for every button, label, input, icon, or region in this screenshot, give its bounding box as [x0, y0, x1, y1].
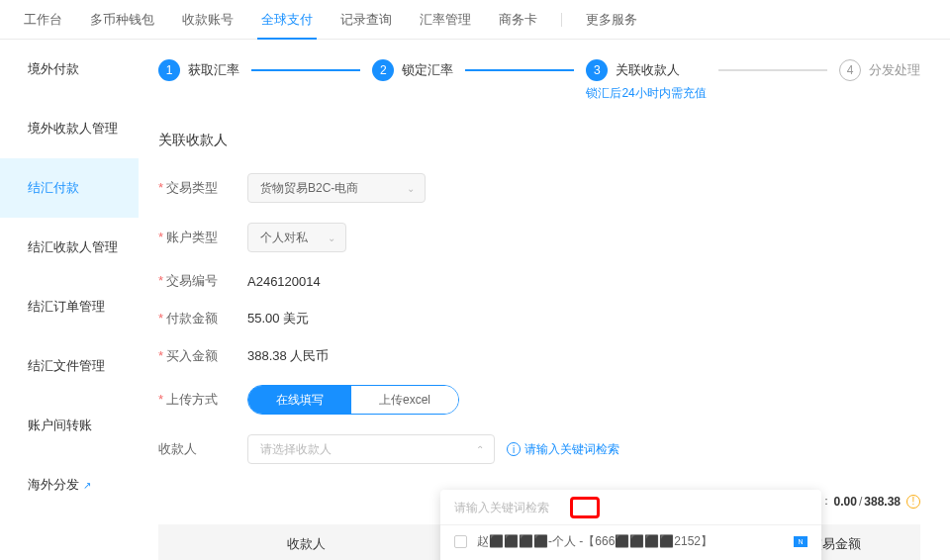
- step-line-2: [465, 69, 574, 71]
- step-1-num: 1: [158, 59, 180, 81]
- sidebar-overseas-payment[interactable]: 境外付款: [0, 40, 139, 99]
- payee-hint: i 请输入关键词检索: [507, 441, 619, 458]
- chevron-down-icon: ⌄: [328, 233, 335, 243]
- step-3: 3 关联收款人 锁汇后24小时内需充值: [586, 59, 706, 102]
- tab-record-query[interactable]: 记录查询: [327, 0, 406, 40]
- label-upload: *上传方式: [158, 391, 247, 409]
- dropdown-search: [440, 490, 821, 525]
- sidebar-fx-order[interactable]: 结汇订单管理: [0, 277, 139, 336]
- sidebar-overseas-distribute[interactable]: 海外分发↗: [0, 455, 139, 514]
- upload-online-button[interactable]: 在线填写: [248, 386, 351, 414]
- select-payee[interactable]: 请选择收款人⌃: [247, 434, 495, 464]
- tab-business-card[interactable]: 商务卡: [485, 0, 551, 40]
- label-acct-type: *账户类型: [158, 229, 247, 246]
- sidebar-fx-payee[interactable]: 结汇收款人管理: [0, 218, 139, 277]
- main-content: 1 获取汇率 2 锁定汇率 3 关联收款人 锁汇后24小时内需充值 4 分发处理: [139, 40, 950, 560]
- dropdown-item-text: 赵⬛⬛⬛⬛-个人 -【666⬛⬛⬛⬛2152】: [477, 533, 786, 550]
- row-buy-amt: *买入金额 388.38 人民币: [158, 347, 920, 365]
- warning-icon: !: [906, 495, 920, 509]
- value-pay-amt: 55.00 美元: [247, 310, 309, 327]
- step-4: 4 分发处理: [839, 59, 920, 81]
- sidebar-inter-transfer[interactable]: 账户间转账: [0, 396, 139, 455]
- dropdown-search-input[interactable]: [454, 501, 808, 514]
- tab-global-pay[interactable]: 全球支付: [247, 0, 327, 40]
- label-trade-no: *交易编号: [158, 272, 247, 290]
- step-4-num: 4: [839, 59, 861, 81]
- col-payee: 收款人: [158, 535, 326, 553]
- row-acct-type: *账户类型 个人对私⌄: [158, 223, 920, 252]
- label-buy-amt: *买入金额: [158, 347, 247, 365]
- tab-divider: [561, 13, 562, 27]
- label-payee: 收款人: [158, 440, 247, 458]
- row-upload: *上传方式 在线填写 上传excel: [158, 385, 920, 415]
- value-trade-no: A246120014: [247, 274, 321, 289]
- external-link-icon: ↗: [83, 480, 91, 491]
- row-payee: 收款人 请选择收款人⌃ i 请输入关键词检索: [158, 434, 920, 464]
- step-1-label: 获取汇率: [188, 61, 239, 79]
- steps: 1 获取汇率 2 锁定汇率 3 关联收款人 锁汇后24小时内需充值 4 分发处理: [158, 59, 920, 102]
- dropdown-item[interactable]: 赵⬛⬛⬛⬛-个人 -【666⬛⬛⬛⬛2152】 N: [440, 525, 821, 558]
- tab-workbench[interactable]: 工作台: [10, 0, 76, 40]
- upload-segment: 在线填写 上传excel: [247, 385, 459, 415]
- dropdown-list: 赵⬛⬛⬛⬛-个人 -【666⬛⬛⬛⬛2152】 N 周⬛⬛⬛⬛⬛-个人 -【66…: [440, 525, 821, 560]
- step-3-num: 3: [586, 59, 608, 81]
- step-line-1: [251, 69, 360, 71]
- chevron-up-icon: ⌃: [476, 444, 484, 455]
- upload-excel-button[interactable]: 上传excel: [351, 386, 458, 414]
- step-1: 1 获取汇率: [158, 59, 239, 81]
- checkbox[interactable]: [454, 535, 467, 548]
- row-trade-type: *交易类型 货物贸易B2C-电商⌄: [158, 173, 920, 203]
- top-tabs: 工作台 多币种钱包 收款账号 全球支付 记录查询 汇率管理 商务卡 更多服务: [0, 0, 950, 40]
- new-tag-icon: N: [794, 536, 808, 547]
- label-trade-type: *交易类型: [158, 179, 247, 197]
- step-3-label: 关联收款人: [616, 61, 680, 79]
- select-trade-type[interactable]: 货物贸易B2C-电商⌄: [247, 173, 426, 203]
- step-4-label: 分发处理: [869, 61, 920, 79]
- select-acct-type[interactable]: 个人对私⌄: [247, 223, 346, 252]
- row-pay-amt: *付款金额 55.00 美元: [158, 310, 920, 327]
- sidebar-fx-payment[interactable]: 结汇付款: [0, 158, 139, 218]
- sidebar-fx-files[interactable]: 结汇文件管理: [0, 336, 139, 396]
- step-2: 2 锁定汇率: [372, 59, 453, 81]
- step-2-label: 锁定汇率: [402, 61, 453, 79]
- tab-wallet[interactable]: 多币种钱包: [76, 0, 168, 40]
- section-title: 关联收款人: [158, 132, 920, 149]
- tab-receive-account[interactable]: 收款账号: [168, 0, 247, 40]
- info-icon: i: [507, 442, 521, 456]
- tab-rate-manage[interactable]: 汇率管理: [406, 0, 485, 40]
- step-3-sub: 锁汇后24小时内需充值: [586, 85, 706, 102]
- payee-dropdown: 赵⬛⬛⬛⬛-个人 -【666⬛⬛⬛⬛2152】 N 周⬛⬛⬛⬛⬛-个人 -【66…: [440, 490, 821, 560]
- value-buy-amt: 388.38 人民币: [247, 347, 329, 365]
- tab-more-services[interactable]: 更多服务: [572, 0, 651, 40]
- label-pay-amt: *付款金额: [158, 310, 247, 327]
- sidebar: 境外付款 境外收款人管理 结汇付款 结汇收款人管理 结汇订单管理 结汇文件管理 …: [0, 40, 139, 560]
- step-2-num: 2: [372, 59, 394, 81]
- row-trade-no: *交易编号 A246120014: [158, 272, 920, 290]
- sidebar-overseas-payee[interactable]: 境外收款人管理: [0, 99, 139, 158]
- step-line-3: [718, 69, 827, 71]
- chevron-down-icon: ⌄: [407, 183, 415, 194]
